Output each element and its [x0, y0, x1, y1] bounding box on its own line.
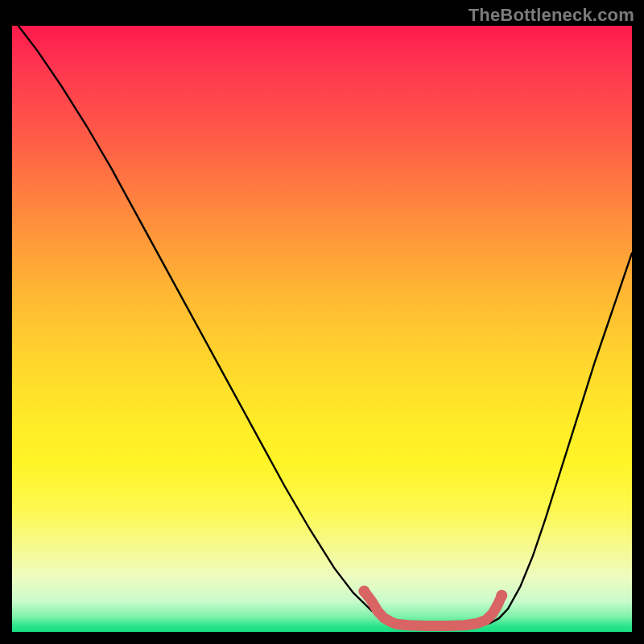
- watermark-text: TheBottleneck.com: [469, 5, 634, 26]
- highlight-path: [364, 592, 502, 626]
- curves-svg: [12, 26, 632, 632]
- chart-stage: TheBottleneck.com: [0, 0, 644, 644]
- right-curve-path: [489, 253, 632, 623]
- highlight-dot-left: [358, 586, 369, 597]
- plot-area: [12, 26, 632, 632]
- left-curve-path: [19, 26, 394, 623]
- highlight-dot-right: [496, 590, 507, 601]
